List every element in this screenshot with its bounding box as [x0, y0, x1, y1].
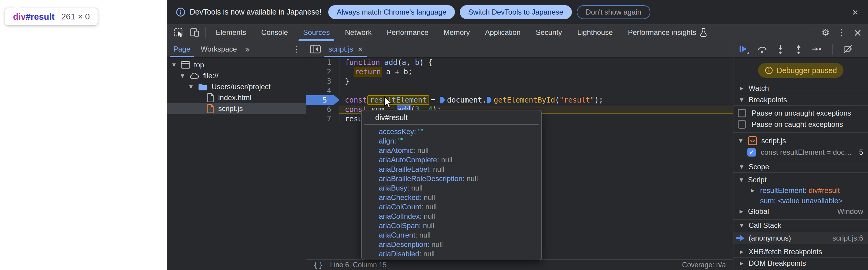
step-out-icon[interactable]	[794, 44, 804, 54]
breakpoint-checkbox[interactable]: ✓	[747, 148, 756, 156]
line-number-6[interactable]: 6	[306, 104, 339, 114]
breakpoints-expander-icon[interactable]: ▼	[738, 97, 745, 102]
navigator-menu-icon[interactable]: ⋮	[292, 45, 300, 53]
flask-icon	[700, 28, 707, 37]
breakpoint-group-expander-icon[interactable]: ▼	[738, 138, 744, 144]
section-callstack[interactable]: ▼ Call Stack	[734, 220, 868, 231]
scope-expander-icon[interactable]: ▼	[738, 164, 745, 170]
resume-script-icon[interactable]	[738, 44, 749, 54]
breakpoints-title: Breakpoints	[749, 96, 787, 104]
line-number-3[interactable]: 3	[306, 77, 339, 86]
tree-item-file-[interactable]: ▼file://	[167, 70, 306, 81]
sources-navigator: PageWorkspace » ⋮ ▼top▼file://▼Users/use…	[167, 41, 306, 270]
editor-tab-scriptjs[interactable]: script.js ×	[324, 41, 368, 57]
scope-group-expander-icon[interactable]: ▼	[738, 177, 744, 183]
inline-step-marker-icon[interactable]	[440, 97, 445, 103]
tree-item-Users-user-project[interactable]: ▼Users/user/project	[167, 81, 306, 92]
collapse-sidebar-icon[interactable]	[310, 44, 321, 54]
line-number-7[interactable]: 7	[306, 114, 339, 123]
xhr-expander-icon[interactable]: ▶	[738, 249, 745, 254]
tab-elements[interactable]: Elements	[208, 24, 254, 41]
line-number-2[interactable]: 2	[306, 67, 339, 77]
section-xhr-breakpoints[interactable]: ▶ XHR/fetch Breakpoints	[734, 246, 868, 257]
infobar-close-icon[interactable]: ×	[849, 6, 861, 18]
callstack-frame[interactable]: (anonymous)script.js:6	[734, 232, 868, 244]
popup-property-align: align: ""	[379, 136, 541, 146]
folder-icon	[197, 83, 208, 91]
tree-expander-icon[interactable]: ▼	[179, 73, 185, 79]
checkbox[interactable]	[738, 120, 746, 129]
tree-item-script-js[interactable]: script.js	[167, 103, 306, 114]
scope-title: Scope	[749, 162, 769, 171]
tab-console[interactable]: Console	[254, 24, 296, 41]
tree-item-top[interactable]: ▼top	[167, 59, 306, 70]
editor-tab-close-icon[interactable]: ×	[358, 44, 363, 54]
infobar-button-0[interactable]: Always match Chrome's language	[328, 5, 455, 19]
tree-item-label: script.js	[218, 104, 243, 113]
scope-variable-resultElement[interactable]: ▶resultElement: div#result	[734, 185, 868, 196]
tree-item-label: file://	[203, 71, 218, 80]
editor-tabstrip: script.js ×	[306, 41, 733, 58]
breakpoint-entries: ✓const resultElement = doc…5	[734, 147, 868, 161]
step-over-icon[interactable]	[757, 44, 767, 54]
tab-application[interactable]: Application	[477, 24, 528, 41]
scope-group-script[interactable]: ▼Script	[734, 175, 868, 185]
script-file-icon: <>	[748, 136, 757, 145]
more-tabs-icon[interactable]: »	[245, 44, 250, 54]
tab-performance-insights[interactable]: Performance insights	[620, 24, 715, 41]
kebab-menu-icon[interactable]: ⋮	[837, 28, 846, 37]
object-preview-popup: div#result accessKey: ""align: ""ariaAto…	[361, 110, 542, 260]
device-toolbar-icon[interactable]	[190, 27, 200, 38]
scope-variable-expander-icon[interactable]: ▶	[751, 188, 760, 193]
settings-gear-icon[interactable]: ⚙	[822, 28, 830, 37]
popup-property-ariaColIndex: ariaColIndex: null	[379, 211, 541, 221]
mouse-cursor	[383, 96, 393, 109]
tab-memory[interactable]: Memory	[436, 24, 478, 41]
tab-performance[interactable]: Performance	[379, 24, 436, 41]
tab-lighthouse[interactable]: Lighthouse	[569, 24, 620, 41]
tree-item-label: index.html	[218, 93, 251, 102]
editor-statusbar: {} Line 6, Column 15 Coverage: n/a	[306, 260, 733, 270]
inspect-element-icon[interactable]	[173, 27, 184, 38]
tree-expander-icon[interactable]: ▼	[188, 84, 194, 90]
checkbox[interactable]	[738, 109, 746, 117]
language-infobar: DevTools is now available in Japanese! A…	[167, 0, 868, 24]
pretty-print-icon[interactable]: {}	[313, 261, 324, 269]
line-number-1[interactable]: 1	[306, 58, 339, 67]
tab-sources[interactable]: Sources	[296, 24, 337, 41]
dom-expander-icon[interactable]: ▶	[738, 261, 745, 266]
scope-group-expander-icon[interactable]: ▶	[738, 209, 744, 214]
pause-option-0[interactable]: Pause on uncaught exceptions	[734, 108, 868, 119]
infobar-button-1[interactable]: Switch DevTools to Japanese	[460, 5, 572, 19]
tab-security[interactable]: Security	[528, 24, 570, 41]
tree-item-index-html[interactable]: index.html	[167, 92, 306, 103]
scope-group-global[interactable]: ▶GlobalWindow	[734, 206, 868, 217]
section-scope[interactable]: ▼ Scope	[734, 161, 868, 173]
breakpoint-entry[interactable]: ✓const resultElement = doc…5	[734, 147, 868, 158]
scope-variable-sum[interactable]: sum: <value unavailable>	[734, 196, 868, 206]
breakpoint-file-group[interactable]: ▼ <> script.js	[734, 135, 868, 147]
callstack-expander-icon[interactable]: ▼	[738, 223, 745, 228]
section-watch[interactable]: ▶ Watch	[734, 83, 868, 94]
breakpoint-line-number: 5	[859, 148, 863, 156]
navigator-tab-workspace[interactable]: Workspace	[197, 41, 241, 57]
breakpoint-file-name: script.js	[761, 137, 786, 145]
tree-expander-icon[interactable]: ▼	[171, 62, 177, 68]
line-number-4[interactable]: 4	[306, 86, 339, 95]
step-icon[interactable]	[812, 44, 822, 54]
dom-title: DOM Breakpoints	[749, 259, 806, 268]
hovered-variable-token[interactable]: resultElement	[367, 95, 429, 105]
watch-expander-icon[interactable]: ▶	[738, 86, 745, 91]
section-breakpoints[interactable]: ▼ Breakpoints	[734, 94, 868, 106]
navigator-tab-page[interactable]: Page	[170, 41, 194, 57]
infobar-button-2[interactable]: Don't show again	[577, 5, 650, 19]
deactivate-breakpoints-icon[interactable]	[843, 44, 854, 54]
section-dom-breakpoints[interactable]: ▶ DOM Breakpoints	[734, 257, 868, 269]
devtools-close-icon[interactable]: ×	[854, 27, 862, 38]
code-line-3: 3}	[306, 77, 733, 86]
step-into-icon[interactable]	[775, 44, 785, 54]
pause-option-1[interactable]: Pause on caught exceptions	[734, 119, 868, 130]
tab-network[interactable]: Network	[337, 24, 379, 41]
breakpoint-flag-line-5[interactable]: 5	[306, 95, 339, 104]
inline-step-marker-icon[interactable]	[487, 97, 492, 103]
